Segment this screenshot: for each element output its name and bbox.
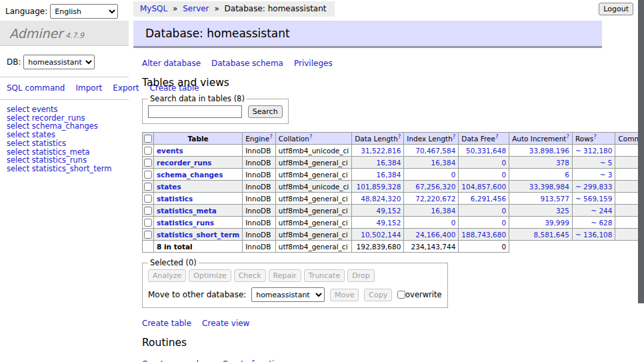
db-action-link[interactable]: Database schema xyxy=(211,59,283,68)
total-cell: utf8mb4_general_ci xyxy=(275,241,351,253)
index-length-link[interactable]: 16,384 xyxy=(431,207,456,215)
routine-link[interactable]: Create procedure xyxy=(142,359,212,362)
language-select[interactable]: English xyxy=(50,4,118,19)
create-link[interactable]: Create view xyxy=(202,319,249,328)
auto-increment-link[interactable]: 39,999 xyxy=(545,219,569,227)
search-input[interactable] xyxy=(148,105,242,118)
row-checkbox[interactable] xyxy=(144,195,152,203)
language-label: Language: xyxy=(5,7,47,16)
rows-link[interactable]: ~ 244 xyxy=(591,207,612,215)
column-help-link[interactable]: ? xyxy=(495,133,499,139)
auto-increment-link[interactable]: 8,581,645 xyxy=(533,231,569,239)
auto-increment-link[interactable]: 6 xyxy=(565,171,569,179)
table-name-link[interactable]: statistics xyxy=(157,195,193,203)
data-free-link[interactable]: 0 xyxy=(501,207,506,215)
overwrite-checkbox[interactable] xyxy=(397,291,405,299)
data-length-link[interactable]: 10,502,144 xyxy=(361,231,401,239)
rows-link[interactable]: ~ 299,833 xyxy=(575,183,613,191)
row-checkbox[interactable] xyxy=(144,171,152,179)
index-length-link[interactable]: 16,384 xyxy=(431,159,456,167)
select-all-checkbox[interactable] xyxy=(144,135,152,143)
sidebar-actions: SQL commandImportExportCreate table xyxy=(7,83,119,93)
data-length-link[interactable]: 16,384 xyxy=(377,171,401,179)
move-button: Move xyxy=(330,289,359,301)
data-length-link[interactable]: 31,522,816 xyxy=(361,147,401,155)
rows-link[interactable]: ~ 569,159 xyxy=(575,195,613,203)
table-name-link[interactable]: statistics_meta xyxy=(157,207,217,215)
rows-link[interactable]: ~ 312,180 xyxy=(575,147,613,155)
table-name-link[interactable]: recorder_runs xyxy=(157,159,211,167)
breadcrumb-mysql-link[interactable]: MySQL xyxy=(140,4,167,13)
breadcrumb-separator: » xyxy=(214,4,219,13)
data-free-link[interactable]: 50,331,648 xyxy=(466,147,506,155)
move-db-select[interactable]: homeassistant xyxy=(251,287,325,302)
auto-increment-link[interactable]: 33,398,984 xyxy=(529,183,569,191)
search-button[interactable]: Search xyxy=(248,105,283,118)
row-checkbox[interactable] xyxy=(144,219,152,227)
routine-link[interactable]: Create function xyxy=(223,359,285,362)
truncate-button: Truncate xyxy=(304,269,345,282)
sidebar-action-link[interactable]: SQL command xyxy=(7,83,65,93)
index-length-link[interactable]: 72,220,672 xyxy=(415,195,455,203)
table-name-link[interactable]: statistics_runs xyxy=(157,219,214,227)
index-length-link[interactable]: 0 xyxy=(451,171,456,179)
table-name-link[interactable]: schema_changes xyxy=(157,171,223,179)
row-checkbox[interactable] xyxy=(144,231,152,239)
data-free-link[interactable]: 0 xyxy=(501,159,506,167)
data-free-link[interactable]: 0 xyxy=(501,219,506,227)
overwrite-label[interactable]: overwrite xyxy=(405,290,442,299)
rows-link[interactable]: ~ 136,108 xyxy=(575,231,613,239)
db-select[interactable]: homeassistant xyxy=(23,55,95,69)
index-length-link[interactable]: 70,467,584 xyxy=(415,147,455,155)
data-length-link[interactable]: 48,824,320 xyxy=(361,195,401,203)
rows-link[interactable]: ~ 3 xyxy=(600,171,613,179)
row-checkbox[interactable] xyxy=(144,183,152,191)
index-length-link[interactable]: 67,256,320 xyxy=(415,183,455,191)
index-length-link[interactable]: 0 xyxy=(451,219,456,227)
table-name-link[interactable]: statistics_short_term xyxy=(157,231,239,239)
rows-link[interactable]: ~ 628 xyxy=(591,219,612,227)
total-cell: InnoDB xyxy=(243,241,276,253)
table-name-link[interactable]: events xyxy=(157,147,183,155)
sidebar-select-link[interactable]: select statistics_short_term xyxy=(7,165,129,173)
db-action-link[interactable]: Privileges xyxy=(294,59,333,68)
data-length-link[interactable]: 101,859,328 xyxy=(357,183,401,191)
index-length-link[interactable]: 24,166,400 xyxy=(415,231,455,239)
collation-cell: utf8mb4_general_ci xyxy=(275,169,351,181)
table-name-link[interactable]: states xyxy=(157,183,181,191)
create-link[interactable]: Create table xyxy=(142,319,191,328)
column-header-rows: Rows? xyxy=(572,133,615,145)
column-help-link[interactable]: ? xyxy=(566,133,569,139)
data-free-link[interactable]: 0 xyxy=(501,171,506,179)
auto-increment-link[interactable]: 913,577 xyxy=(541,195,569,203)
column-help-link[interactable]: ? xyxy=(309,133,313,139)
data-free-link[interactable]: 104,857,600 xyxy=(461,183,506,191)
engine-cell: InnoDB xyxy=(243,157,276,169)
breadcrumb-server-link[interactable]: Server xyxy=(183,4,209,13)
auto-increment-link[interactable]: 378 xyxy=(556,159,569,167)
data-length-link[interactable]: 49,152 xyxy=(377,207,401,215)
sidebar-action-link[interactable]: Import xyxy=(75,83,102,93)
auto-increment-link[interactable]: 325 xyxy=(556,207,569,215)
table-row: schema_changesInnoDButf8mb4_general_ci16… xyxy=(143,169,644,181)
sidebar-select-link[interactable]: select statistics xyxy=(7,139,129,148)
row-checkbox[interactable] xyxy=(144,159,152,167)
sidebar-select-link[interactable]: select states xyxy=(7,131,129,139)
row-checkbox[interactable] xyxy=(144,207,152,215)
column-help-link[interactable]: ? xyxy=(269,133,273,139)
scrollbar-thumb[interactable] xyxy=(638,0,644,303)
total-cell: 192,839,680 xyxy=(352,241,404,253)
db-action-link[interactable]: Alter database xyxy=(142,59,201,68)
data-length-link[interactable]: 16,384 xyxy=(377,159,401,167)
logout-button[interactable]: Logout xyxy=(599,3,633,15)
rows-link[interactable]: ~ 5 xyxy=(600,159,613,167)
column-help-link[interactable]: ? xyxy=(453,133,456,139)
column-help-link[interactable]: ? xyxy=(593,133,597,139)
sidebar-select-link[interactable]: select events xyxy=(7,105,129,114)
data-free-link[interactable]: 188,743,680 xyxy=(461,231,506,239)
auto-increment-link[interactable]: 33,898,196 xyxy=(529,147,569,155)
column-help-link[interactable]: ? xyxy=(398,133,401,139)
row-checkbox[interactable] xyxy=(144,147,152,155)
data-free-link[interactable]: 6,291,456 xyxy=(471,195,506,203)
data-length-link[interactable]: 49,152 xyxy=(377,219,401,227)
